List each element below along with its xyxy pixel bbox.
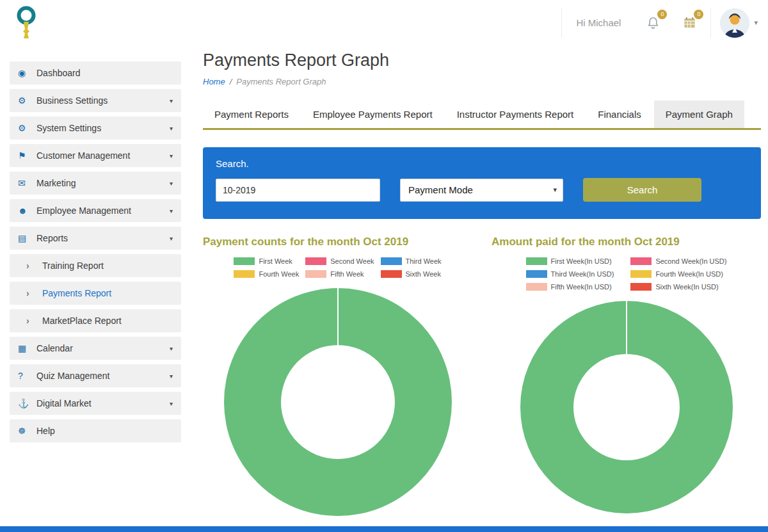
key-logo-icon: [13, 5, 40, 41]
legend-label: Sixth Week(In USD): [655, 283, 718, 291]
page-title: Payments Report Graph: [203, 51, 761, 70]
sidebar-item-label: Quiz Management: [36, 371, 170, 381]
notifications-button[interactable]: 0: [635, 8, 671, 38]
donut-chart[interactable]: [224, 288, 452, 516]
notification-badge: 0: [657, 10, 667, 19]
chart-title: Amount paid for the month Oct 2019: [492, 236, 761, 248]
sidebar-item-calendar[interactable]: ▦ Calendar ▾: [10, 337, 181, 360]
tab-bar: Payment Reports Employee Payments Report…: [203, 101, 761, 130]
gear-icon: ⚙: [18, 95, 33, 106]
sidebar-item-customer-management[interactable]: ⚑ Customer Management ▾: [10, 144, 181, 167]
sidebar-item-label: Business Settings: [36, 95, 170, 106]
donut-chart[interactable]: [520, 301, 733, 513]
legend-label: Sixth Week: [406, 270, 441, 278]
sidebar-item-business-settings[interactable]: ⚙ Business Settings ▾: [10, 89, 181, 112]
charts-row: Payment counts for the month Oct 2019 Fi…: [203, 236, 761, 516]
legend-item[interactable]: Fifth Week: [305, 270, 374, 278]
sidebar: ◉ Dashboard ⚙ Business Settings ▾ ⚙ Syst…: [0, 45, 192, 516]
sidebar-item-label: Payments Report: [42, 288, 173, 298]
legend-item[interactable]: Second Week: [305, 257, 374, 265]
legend-item[interactable]: Third Week: [381, 257, 442, 265]
search-panel-label: Search.: [216, 158, 748, 169]
legend-label: Second Week(In USD): [655, 257, 726, 265]
chevron-right-icon: ›: [26, 288, 36, 298]
sidebar-item-marketing[interactable]: ✉ Marketing ▾: [10, 172, 181, 195]
chart-legend: First Week Second Week Third Week Fourth…: [234, 257, 441, 278]
payment-mode-select[interactable]: Payment Mode ▾: [400, 179, 563, 202]
calendar-button[interactable]: 0: [671, 8, 708, 38]
sidebar-item-label: MarketPlace Report: [42, 316, 173, 326]
app-logo[interactable]: [13, 5, 40, 41]
legend-label: Third Week: [406, 257, 442, 265]
tab-employee-payments-report[interactable]: Employee Payments Report: [301, 101, 444, 128]
sidebar-item-digital-market[interactable]: ⚓ Digital Market ▾: [10, 392, 181, 415]
user-menu[interactable]: ▾: [710, 8, 758, 38]
payment-counts-chart: Payment counts for the month Oct 2019 Fi…: [203, 236, 472, 516]
sidebar-item-dashboard[interactable]: ◉ Dashboard: [10, 61, 181, 85]
legend-label: First Week(In USD): [551, 257, 612, 265]
sidebar-item-reports[interactable]: ▤ Reports ▾: [10, 227, 181, 250]
legend-swatch: [630, 270, 652, 278]
legend-swatch: [234, 257, 255, 265]
legend-item[interactable]: Fifth Week(In USD): [526, 283, 614, 291]
legend-item[interactable]: First Week(In USD): [526, 257, 614, 265]
legend-item[interactable]: Sixth Week: [381, 270, 442, 278]
donut-hole: [573, 354, 680, 460]
sidebar-item-training-report[interactable]: › Training Report: [10, 254, 181, 277]
tab-financials[interactable]: Financials: [586, 101, 653, 128]
sidebar-item-employee-management[interactable]: ☻ Employee Management ▾: [10, 199, 181, 222]
graduation-cap-icon: ⚑: [18, 150, 33, 161]
legend-label: Fourth Week(In USD): [655, 270, 723, 278]
tab-payment-reports[interactable]: Payment Reports: [203, 101, 300, 128]
legend-label: Second Week: [330, 257, 374, 265]
sidebar-item-label: Marketing: [36, 178, 170, 188]
chevron-down-icon: ▾: [170, 97, 173, 104]
breadcrumb-current: Payments Report Graph: [236, 77, 326, 86]
legend-label: First Week: [259, 257, 292, 265]
month-input[interactable]: [216, 179, 380, 202]
users-icon: ☻: [18, 206, 33, 216]
sidebar-item-label: Calendar: [36, 343, 170, 353]
legend-item[interactable]: Fourth Week(In USD): [630, 270, 726, 278]
legend-label: Fifth Week(In USD): [551, 283, 612, 291]
tab-payment-graph[interactable]: Payment Graph: [654, 101, 744, 128]
legend-item[interactable]: Fourth Week: [234, 270, 299, 278]
legend-item[interactable]: Second Week(In USD): [630, 257, 726, 265]
tab-instructor-payments-report[interactable]: Instructor Payments Report: [445, 101, 586, 128]
greeting-text: Hi Michael: [561, 8, 635, 38]
sidebar-item-label: Help: [36, 426, 173, 436]
legend-item[interactable]: Sixth Week(In USD): [630, 283, 726, 291]
legend-swatch: [381, 270, 402, 278]
chart-legend: First Week(In USD) Second Week(In USD) T…: [526, 257, 727, 291]
legend-swatch: [381, 257, 402, 265]
chevron-down-icon: ▾: [170, 125, 173, 132]
sidebar-item-label: Training Report: [42, 261, 173, 271]
anchor-icon: ⚓: [18, 398, 33, 408]
legend-label: Fifth Week: [330, 270, 364, 278]
legend-swatch: [630, 283, 652, 291]
chevron-right-icon: ›: [26, 261, 36, 271]
calendar-icon: ▦: [18, 343, 33, 353]
breadcrumb-separator: /: [230, 77, 232, 86]
avatar: [720, 8, 749, 38]
sidebar-item-label: System Settings: [36, 123, 170, 133]
sidebar-item-payments-report[interactable]: › Payments Report: [10, 282, 181, 305]
life-ring-icon: ☸: [18, 426, 33, 436]
chevron-down-icon: ▾: [170, 180, 173, 187]
sidebar-item-help[interactable]: ☸ Help: [10, 419, 181, 442]
sidebar-item-quiz-management[interactable]: ? Quiz Management ▾: [10, 364, 181, 387]
legend-swatch: [234, 270, 255, 278]
sidebar-item-marketplace-report[interactable]: › MarketPlace Report: [10, 309, 181, 332]
legend-swatch: [305, 270, 326, 278]
sidebar-item-system-settings[interactable]: ⚙ System Settings ▾: [10, 117, 181, 140]
search-button[interactable]: Search: [583, 178, 701, 202]
breadcrumb-home-link[interactable]: Home: [203, 77, 225, 86]
chevron-down-icon: ▾: [170, 207, 173, 214]
chevron-down-icon: ▾: [170, 345, 173, 352]
footer-bar: [0, 526, 768, 532]
legend-item[interactable]: First Week: [234, 257, 299, 265]
sidebar-item-label: Customer Management: [36, 150, 170, 161]
gears-icon: ⚙: [18, 123, 33, 133]
donut-hole: [281, 345, 395, 459]
legend-item[interactable]: Third Week(In USD): [526, 270, 614, 278]
